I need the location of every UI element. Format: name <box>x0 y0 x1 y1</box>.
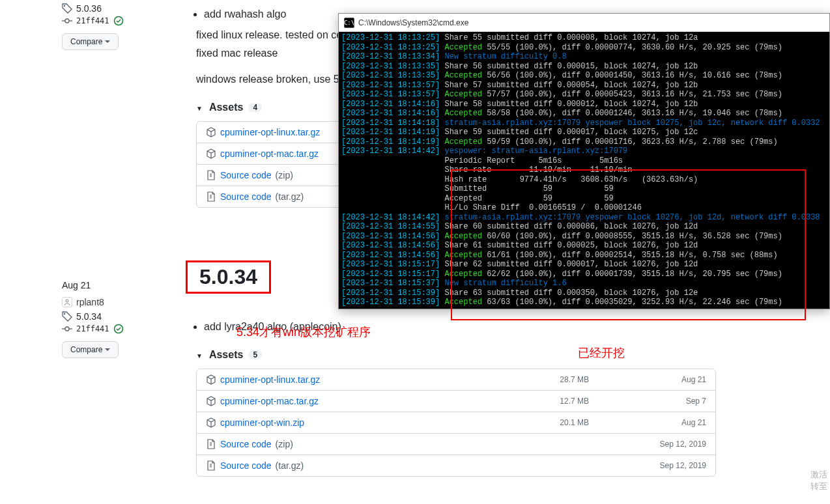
asset-link[interactable]: cpuminer-opt-win.zip <box>220 417 304 428</box>
asset-link[interactable]: Source code <box>220 460 272 471</box>
asset-date: Sep 12, 2019 <box>648 440 706 449</box>
release-2-sidebar: Aug 21 rplant8 5.0.34 21ff441 Compare <box>62 280 160 358</box>
asset-row: Source code (tar.gz)Sep 12, 2019 <box>197 455 715 476</box>
file-zip-icon <box>206 460 216 471</box>
watermark-line1: 激活 <box>810 469 827 481</box>
assets-count: 4 <box>248 103 262 112</box>
asset-row: cpuminer-opt-linux.tar.gz28.7 MBAug 21 <box>197 369 715 390</box>
verified-icon <box>113 16 124 26</box>
compare-label: Compare <box>70 345 102 354</box>
cmd-window-icon: C:\ <box>344 18 354 28</box>
commit-value[interactable]: 21ff441 <box>76 16 109 25</box>
author-row[interactable]: rplant8 <box>62 297 160 307</box>
cmd-titlebar[interactable]: C:\ C:\Windows\System32\cmd.exe <box>339 14 829 32</box>
commit-icon <box>62 324 72 334</box>
assets-2-list: cpuminer-opt-linux.tar.gz28.7 MBAug 21cp… <box>196 369 716 477</box>
commit-row: 21ff441 <box>62 16 160 26</box>
asset-ext: (tar.gz) <box>276 191 304 202</box>
commit-icon <box>62 16 72 26</box>
asset-row: cpuminer-opt-mac.tar.gz12.7 MBSep 7 <box>197 390 715 412</box>
tag-row-2: 5.0.34 <box>62 311 160 322</box>
tag-icon <box>62 3 72 14</box>
watermark-line2: 转至 <box>810 481 827 492</box>
asset-row: cpuminer-opt-win.zip20.1 MBAug 21 <box>197 412 715 433</box>
assets-2-header[interactable]: Assets 5 <box>196 349 716 361</box>
release-date: Aug 21 <box>62 280 160 290</box>
svg-point-1 <box>65 19 69 23</box>
package-icon <box>206 148 216 159</box>
compare-button-2[interactable]: Compare <box>62 341 119 358</box>
verified-icon <box>113 324 124 334</box>
cmd-window: C:\ C:\Windows\System32\cmd.exe [2023-12… <box>338 13 830 309</box>
asset-date: Aug 21 <box>648 418 706 427</box>
compare-button[interactable]: Compare <box>62 33 119 50</box>
asset-row: Source code (zip)Sep 12, 2019 <box>197 433 715 455</box>
asset-size: 20.1 MB <box>560 418 589 427</box>
asset-link[interactable]: cpuminer-opt-mac.tar.gz <box>220 396 319 406</box>
watermark: 激活 转至 <box>810 469 827 492</box>
tag-icon <box>62 311 72 322</box>
asset-link[interactable]: cpuminer-opt-mac.tar.gz <box>220 148 319 159</box>
chevron-down-icon <box>105 40 110 43</box>
asset-date: Sep 7 <box>648 397 706 406</box>
cmd-body[interactable]: [2023-12-31 18:13:25] Share 55 submitted… <box>339 32 829 309</box>
release-1-sidebar: 5.0.36 21ff441 Compare <box>62 3 160 50</box>
compare-label: Compare <box>70 37 102 46</box>
author-name: rplant8 <box>76 297 104 307</box>
assets-label: Assets <box>209 102 243 113</box>
caret-icon <box>196 102 204 113</box>
package-icon <box>206 127 216 137</box>
asset-ext: (tar.gz) <box>276 460 304 471</box>
caret-icon <box>196 349 204 361</box>
asset-date: Aug 21 <box>648 375 706 384</box>
asset-link[interactable]: Source code <box>220 170 272 180</box>
asset-ext: (zip) <box>276 170 293 180</box>
annotation-text-2: 已经开挖 <box>578 345 625 361</box>
release-2-body: add lyra2a40 algo (applecoin) Assets 5 c… <box>186 319 716 477</box>
tag-value-2: 5.0.34 <box>76 311 102 322</box>
package-icon <box>206 417 216 428</box>
svg-point-6 <box>64 313 65 315</box>
tag-value: 5.0.36 <box>76 3 102 14</box>
asset-link[interactable]: cpuminer-opt-linux.tar.gz <box>220 374 320 385</box>
annotation-text-1: 5.34才有win版本挖矿程序 <box>236 324 371 340</box>
package-icon <box>206 374 216 385</box>
svg-point-0 <box>64 5 65 7</box>
asset-size: 12.7 MB <box>560 397 589 406</box>
svg-point-5 <box>66 300 68 302</box>
asset-size: 28.7 MB <box>560 375 589 384</box>
commit-row-2: 21ff441 <box>62 324 160 334</box>
avatar-icon <box>62 297 72 307</box>
package-icon <box>206 396 216 406</box>
chevron-down-icon <box>105 348 110 351</box>
release-2-title: 5.0.34 <box>186 260 271 294</box>
asset-date: Sep 12, 2019 <box>648 461 706 470</box>
assets-count: 5 <box>248 350 262 359</box>
asset-link[interactable]: Source code <box>220 191 272 202</box>
asset-link[interactable]: cpuminer-opt-linux.tar.gz <box>220 127 320 137</box>
svg-point-7 <box>65 327 69 331</box>
file-zip-icon <box>206 170 216 180</box>
commit-value-2[interactable]: 21ff441 <box>76 324 109 333</box>
file-zip-icon <box>206 191 216 202</box>
asset-ext: (zip) <box>276 439 293 449</box>
file-zip-icon <box>206 439 216 449</box>
tag-row: 5.0.36 <box>62 3 160 14</box>
asset-link[interactable]: Source code <box>220 439 272 449</box>
cmd-title: C:\Windows\System32\cmd.exe <box>358 18 468 27</box>
assets-label: Assets <box>209 349 243 361</box>
